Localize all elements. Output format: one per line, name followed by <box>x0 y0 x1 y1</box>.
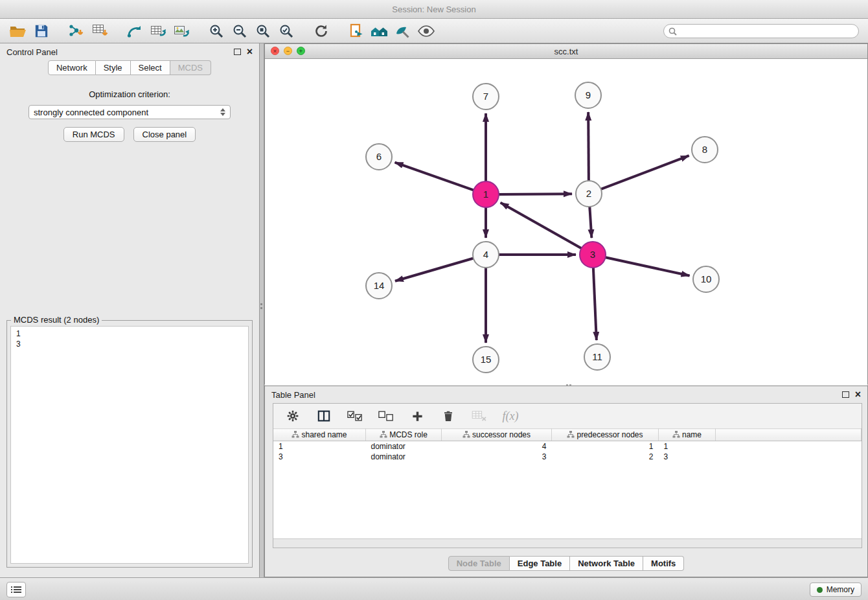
close-table-panel-icon[interactable]: × <box>855 391 861 398</box>
network-canvas[interactable]: 7968124314101511 <box>265 59 867 387</box>
zoom-out-button[interactable] <box>229 21 250 41</box>
delete-table-button[interactable] <box>470 406 488 426</box>
export-table-button[interactable] <box>148 21 168 41</box>
table-mode-button[interactable] <box>284 406 302 426</box>
column-header-predecessor-nodes[interactable]: predecessor nodes <box>552 429 659 441</box>
tab-mcds[interactable]: MCDS <box>170 60 211 75</box>
graph-edge-2-9[interactable] <box>588 112 589 182</box>
show-panels-button[interactable] <box>6 582 26 597</box>
tab-edge-table[interactable]: Edge Table <box>510 556 570 571</box>
column-header-successor-nodes[interactable]: successor nodes <box>442 429 552 441</box>
graph-edge-1-2[interactable] <box>497 194 572 194</box>
show-columns-button[interactable] <box>315 406 333 426</box>
cell-filler <box>716 441 862 452</box>
zoom-window-button[interactable]: + <box>297 47 305 55</box>
select-all-button[interactable] <box>346 406 364 426</box>
close-window-button[interactable]: × <box>271 47 279 55</box>
zoom-selected-button[interactable] <box>276 21 297 41</box>
cell-shared-name[interactable]: 1 <box>273 441 366 452</box>
zoom-selected-icon <box>279 23 294 39</box>
run-mcds-button[interactable]: Run MCDS <box>63 127 124 142</box>
refresh-view-button[interactable] <box>311 21 332 41</box>
close-panel-icon[interactable]: × <box>247 49 253 55</box>
tab-motifs[interactable]: Motifs <box>643 556 684 571</box>
table-row[interactable]: 1dominator411 <box>273 441 862 452</box>
column-header-name[interactable]: name <box>659 429 716 441</box>
delete-column-button[interactable] <box>439 406 457 426</box>
nested-network-button[interactable] <box>369 21 390 41</box>
zoom-fit-button[interactable] <box>253 21 273 41</box>
tab-node-table[interactable]: Node Table <box>448 556 510 571</box>
table-row[interactable]: 3dominator323 <box>273 452 862 462</box>
minimize-window-button[interactable]: − <box>284 47 292 55</box>
control-panel-title: Control Panel <box>6 47 58 57</box>
copy-document-icon <box>349 23 364 39</box>
function-builder-button[interactable]: f(x) <box>501 406 520 426</box>
save-session-button[interactable] <box>31 21 52 41</box>
export-image-button[interactable] <box>171 21 192 41</box>
search-input[interactable] <box>663 24 859 38</box>
graph-node-3[interactable]: 3 <box>580 242 606 268</box>
vertical-splitter[interactable] <box>259 43 264 577</box>
show-graphics-details-button[interactable] <box>416 21 437 41</box>
mcds-result-title: MCDS result (2 nodes) <box>11 315 102 325</box>
apply-layout-button[interactable] <box>124 21 145 41</box>
svg-text:2: 2 <box>586 188 591 199</box>
cell-successor-nodes[interactable]: 4 <box>442 441 552 452</box>
graph-node-10[interactable]: 10 <box>693 266 719 292</box>
table-panel-header: Table Panel × <box>265 386 867 403</box>
memory-button[interactable]: Memory <box>810 583 862 597</box>
column-header-MCDS-role[interactable]: MCDS role <box>366 429 442 441</box>
cell-filler <box>716 452 862 462</box>
zoom-fit-icon <box>255 23 271 39</box>
cell-shared-name[interactable]: 3 <box>273 452 366 462</box>
graph-edge-2-8[interactable] <box>600 156 689 189</box>
graph-node-9[interactable]: 9 <box>575 82 601 108</box>
float-table-panel-icon[interactable] <box>842 391 849 398</box>
optimization-criterion-select[interactable]: strongly connected component <box>29 105 231 119</box>
cell-MCDS-role[interactable]: dominator <box>366 452 442 462</box>
graph-node-15[interactable]: 15 <box>473 347 499 373</box>
graph-node-4[interactable]: 4 <box>473 242 499 268</box>
graph-node-2[interactable]: 2 <box>576 181 602 207</box>
style-brush-icon <box>395 24 411 38</box>
cell-name[interactable]: 1 <box>659 441 716 452</box>
graph-edge-3-11[interactable] <box>593 266 597 340</box>
cell-predecessor-nodes[interactable]: 1 <box>552 441 659 452</box>
deselect-all-icon <box>378 411 394 422</box>
open-session-button[interactable] <box>8 21 29 41</box>
import-table-button[interactable] <box>89 21 110 41</box>
graph-node-8[interactable]: 8 <box>692 137 718 163</box>
tab-network[interactable]: Network <box>48 60 96 75</box>
horizontal-scrollbar[interactable] <box>273 538 862 548</box>
import-network-button[interactable] <box>66 21 87 41</box>
graph-node-14[interactable]: 14 <box>366 273 392 299</box>
graph-edge-2-3[interactable] <box>589 205 591 238</box>
cell-MCDS-role[interactable]: dominator <box>366 441 442 452</box>
tab-style[interactable]: Style <box>96 60 131 75</box>
graph-node-7[interactable]: 7 <box>473 84 499 110</box>
close-panel-button[interactable]: Close panel <box>133 127 196 142</box>
splitter-grip[interactable] <box>260 301 262 311</box>
graph-node-6[interactable]: 6 <box>366 144 392 170</box>
table-arrow-icon <box>150 23 166 39</box>
zoom-in-button[interactable] <box>206 21 227 41</box>
style-button[interactable] <box>393 21 413 41</box>
tab-select[interactable]: Select <box>131 60 170 75</box>
copy-network-button[interactable] <box>346 21 367 41</box>
cell-successor-nodes[interactable]: 3 <box>442 452 552 462</box>
cell-name[interactable]: 3 <box>659 452 716 462</box>
network-window-title-bar[interactable]: × − + scc.txt <box>265 44 867 59</box>
graph-edge-3-10[interactable] <box>604 257 690 276</box>
float-panel-icon[interactable] <box>234 49 241 55</box>
graph-node-1[interactable]: 1 <box>473 181 499 207</box>
cell-predecessor-nodes[interactable]: 2 <box>552 452 659 462</box>
tab-network-table[interactable]: Network Table <box>570 556 643 571</box>
create-column-button[interactable] <box>408 406 426 426</box>
graph-edge-3-1[interactable] <box>501 203 583 249</box>
graph-edge-4-14[interactable] <box>395 258 475 281</box>
graph-node-11[interactable]: 11 <box>584 344 610 370</box>
column-header-shared-name[interactable]: shared name <box>273 429 366 441</box>
deselect-all-button[interactable] <box>377 406 395 426</box>
graph-edge-1-6[interactable] <box>395 163 475 190</box>
